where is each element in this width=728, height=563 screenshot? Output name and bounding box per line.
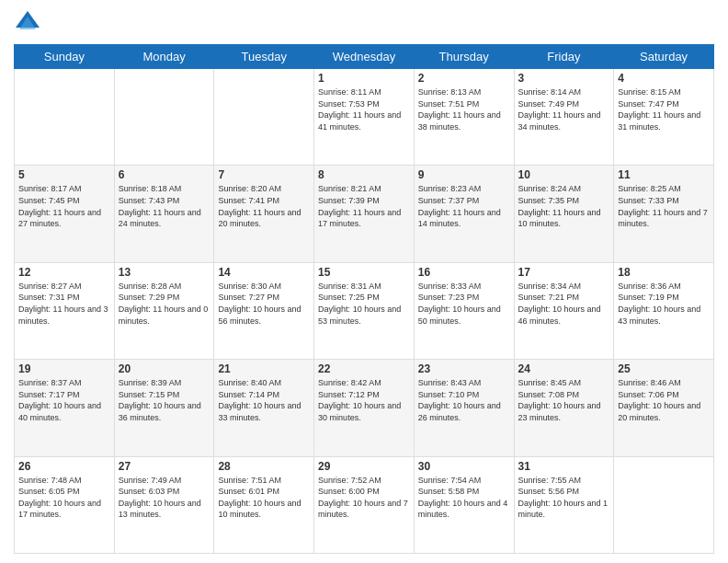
page: SundayMondayTuesdayWednesdayThursdayFrid…: [0, 0, 728, 563]
day-number: 21: [218, 362, 310, 375]
calendar-cell: 13Sunrise: 8:28 AM Sunset: 7:29 PM Dayli…: [114, 262, 214, 359]
calendar-cell: 25Sunrise: 8:46 AM Sunset: 7:06 PM Dayli…: [614, 360, 714, 456]
calendar-cell: 10Sunrise: 8:24 AM Sunset: 7:35 PM Dayli…: [514, 166, 614, 262]
day-info: Sunrise: 8:34 AM Sunset: 7:21 PM Dayligh…: [518, 281, 610, 327]
day-info: Sunrise: 8:45 AM Sunset: 7:08 PM Dayligh…: [518, 377, 610, 423]
day-info: Sunrise: 8:31 AM Sunset: 7:25 PM Dayligh…: [318, 281, 410, 327]
calendar-week-row: 5Sunrise: 8:17 AM Sunset: 7:45 PM Daylig…: [15, 166, 714, 262]
day-info: Sunrise: 8:40 AM Sunset: 7:14 PM Dayligh…: [218, 377, 310, 423]
calendar-cell: 28Sunrise: 7:51 AM Sunset: 6:01 PM Dayli…: [214, 456, 314, 553]
calendar-cell: 31Sunrise: 7:55 AM Sunset: 5:56 PM Dayli…: [514, 456, 614, 553]
day-number: 23: [418, 362, 510, 375]
calendar-cell: 27Sunrise: 7:49 AM Sunset: 6:03 PM Dayli…: [114, 456, 214, 553]
day-info: Sunrise: 8:20 AM Sunset: 7:41 PM Dayligh…: [218, 183, 310, 229]
day-info: Sunrise: 8:23 AM Sunset: 7:37 PM Dayligh…: [418, 183, 510, 229]
logo-icon: [14, 9, 41, 37]
day-info: Sunrise: 8:28 AM Sunset: 7:29 PM Dayligh…: [119, 281, 210, 327]
day-number: 25: [618, 362, 710, 375]
day-info: Sunrise: 8:37 AM Sunset: 7:17 PM Dayligh…: [18, 377, 110, 423]
day-info: Sunrise: 8:46 AM Sunset: 7:06 PM Dayligh…: [618, 377, 710, 423]
calendar-cell: 23Sunrise: 8:43 AM Sunset: 7:10 PM Dayli…: [414, 360, 514, 456]
calendar-header-friday: Friday: [514, 45, 614, 69]
calendar-cell: 14Sunrise: 8:30 AM Sunset: 7:27 PM Dayli…: [214, 262, 314, 359]
logo: [14, 9, 45, 37]
day-info: Sunrise: 8:43 AM Sunset: 7:10 PM Dayligh…: [418, 377, 510, 423]
day-info: Sunrise: 8:25 AM Sunset: 7:33 PM Dayligh…: [618, 183, 710, 229]
calendar-header-wednesday: Wednesday: [314, 45, 415, 69]
day-number: 2: [418, 72, 510, 85]
day-info: Sunrise: 8:17 AM Sunset: 7:45 PM Dayligh…: [18, 183, 110, 229]
calendar-week-row: 26Sunrise: 7:48 AM Sunset: 6:05 PM Dayli…: [15, 456, 714, 553]
calendar-cell: 5Sunrise: 8:17 AM Sunset: 7:45 PM Daylig…: [15, 166, 115, 262]
day-number: 29: [318, 460, 410, 473]
day-number: 8: [318, 168, 410, 181]
calendar-header-thursday: Thursday: [414, 45, 514, 69]
day-number: 20: [119, 362, 210, 375]
day-number: 10: [518, 168, 610, 181]
day-number: 12: [18, 266, 110, 279]
calendar-cell: 1Sunrise: 8:11 AM Sunset: 7:53 PM Daylig…: [314, 69, 415, 166]
calendar-cell: 19Sunrise: 8:37 AM Sunset: 7:17 PM Dayli…: [15, 360, 115, 456]
calendar-cell: 9Sunrise: 8:23 AM Sunset: 7:37 PM Daylig…: [414, 166, 514, 262]
calendar-week-row: 19Sunrise: 8:37 AM Sunset: 7:17 PM Dayli…: [15, 360, 714, 456]
calendar-cell: 8Sunrise: 8:21 AM Sunset: 7:39 PM Daylig…: [314, 166, 415, 262]
calendar-cell: [114, 69, 214, 166]
calendar-cell: 20Sunrise: 8:39 AM Sunset: 7:15 PM Dayli…: [114, 360, 214, 456]
day-info: Sunrise: 8:21 AM Sunset: 7:39 PM Dayligh…: [318, 183, 410, 229]
calendar-cell: 7Sunrise: 8:20 AM Sunset: 7:41 PM Daylig…: [214, 166, 314, 262]
calendar-header-row: SundayMondayTuesdayWednesdayThursdayFrid…: [15, 45, 714, 69]
calendar-table: SundayMondayTuesdayWednesdayThursdayFrid…: [14, 44, 714, 554]
day-number: 22: [318, 362, 410, 375]
day-number: 24: [518, 362, 610, 375]
day-info: Sunrise: 7:52 AM Sunset: 6:00 PM Dayligh…: [318, 475, 410, 521]
calendar-header-monday: Monday: [114, 45, 214, 69]
calendar-cell: 29Sunrise: 7:52 AM Sunset: 6:00 PM Dayli…: [314, 456, 415, 553]
day-info: Sunrise: 8:14 AM Sunset: 7:49 PM Dayligh…: [518, 86, 610, 132]
day-number: 26: [18, 460, 110, 473]
day-info: Sunrise: 8:18 AM Sunset: 7:43 PM Dayligh…: [119, 183, 210, 229]
day-info: Sunrise: 8:39 AM Sunset: 7:15 PM Dayligh…: [119, 377, 210, 423]
calendar-cell: 12Sunrise: 8:27 AM Sunset: 7:31 PM Dayli…: [15, 262, 115, 359]
day-info: Sunrise: 8:15 AM Sunset: 7:47 PM Dayligh…: [618, 86, 710, 132]
day-number: 13: [119, 266, 210, 279]
calendar-week-row: 1Sunrise: 8:11 AM Sunset: 7:53 PM Daylig…: [15, 69, 714, 166]
calendar-cell: 30Sunrise: 7:54 AM Sunset: 5:58 PM Dayli…: [414, 456, 514, 553]
day-number: 15: [318, 266, 410, 279]
day-info: Sunrise: 8:42 AM Sunset: 7:12 PM Dayligh…: [318, 377, 410, 423]
day-info: Sunrise: 8:33 AM Sunset: 7:23 PM Dayligh…: [418, 281, 510, 327]
header: [14, 9, 714, 37]
day-info: Sunrise: 8:36 AM Sunset: 7:19 PM Dayligh…: [618, 281, 710, 327]
day-number: 5: [18, 168, 110, 181]
day-info: Sunrise: 8:13 AM Sunset: 7:51 PM Dayligh…: [418, 86, 510, 132]
day-number: 16: [418, 266, 510, 279]
calendar-cell: 4Sunrise: 8:15 AM Sunset: 7:47 PM Daylig…: [614, 69, 714, 166]
calendar-cell: 3Sunrise: 8:14 AM Sunset: 7:49 PM Daylig…: [514, 69, 614, 166]
calendar-cell: 11Sunrise: 8:25 AM Sunset: 7:33 PM Dayli…: [614, 166, 714, 262]
calendar-cell: [15, 69, 115, 166]
calendar-cell: 15Sunrise: 8:31 AM Sunset: 7:25 PM Dayli…: [314, 262, 415, 359]
day-number: 17: [518, 266, 610, 279]
calendar-cell: 2Sunrise: 8:13 AM Sunset: 7:51 PM Daylig…: [414, 69, 514, 166]
calendar-cell: [614, 456, 714, 553]
calendar-cell: 17Sunrise: 8:34 AM Sunset: 7:21 PM Dayli…: [514, 262, 614, 359]
day-number: 27: [119, 460, 210, 473]
calendar-header-sunday: Sunday: [15, 45, 115, 69]
calendar-cell: 24Sunrise: 8:45 AM Sunset: 7:08 PM Dayli…: [514, 360, 614, 456]
day-number: 9: [418, 168, 510, 181]
day-number: 31: [518, 460, 610, 473]
day-number: 1: [318, 72, 410, 85]
day-number: 7: [218, 168, 310, 181]
day-info: Sunrise: 8:11 AM Sunset: 7:53 PM Dayligh…: [318, 86, 410, 132]
day-number: 28: [218, 460, 310, 473]
calendar-cell: 21Sunrise: 8:40 AM Sunset: 7:14 PM Dayli…: [214, 360, 314, 456]
day-number: 18: [618, 266, 710, 279]
day-number: 30: [418, 460, 510, 473]
day-info: Sunrise: 7:55 AM Sunset: 5:56 PM Dayligh…: [518, 475, 610, 521]
day-number: 6: [119, 168, 210, 181]
calendar-cell: [214, 69, 314, 166]
calendar-cell: 18Sunrise: 8:36 AM Sunset: 7:19 PM Dayli…: [614, 262, 714, 359]
calendar-cell: 22Sunrise: 8:42 AM Sunset: 7:12 PM Dayli…: [314, 360, 415, 456]
calendar-cell: 26Sunrise: 7:48 AM Sunset: 6:05 PM Dayli…: [15, 456, 115, 553]
day-info: Sunrise: 7:49 AM Sunset: 6:03 PM Dayligh…: [119, 475, 210, 521]
calendar-week-row: 12Sunrise: 8:27 AM Sunset: 7:31 PM Dayli…: [15, 262, 714, 359]
